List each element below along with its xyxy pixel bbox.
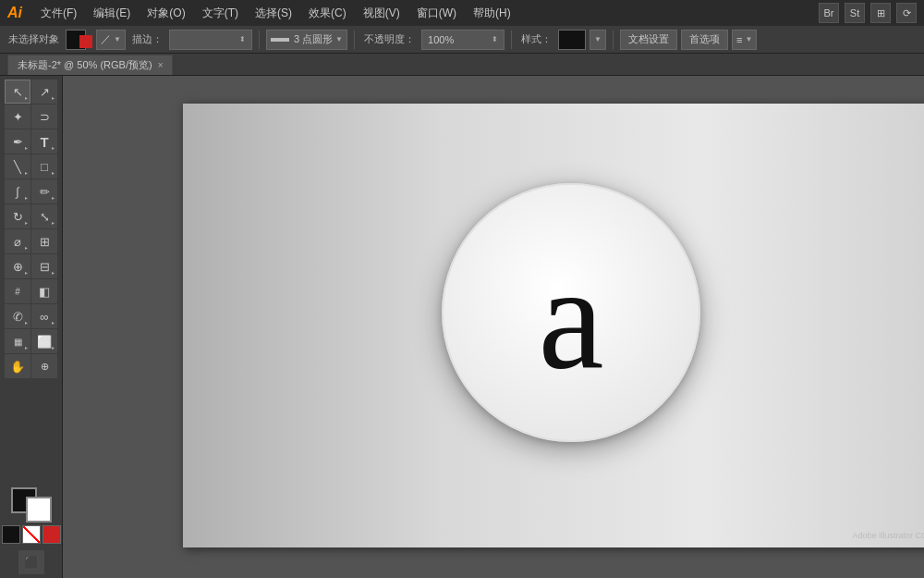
sync-btn[interactable]: ⟳ <box>896 3 917 23</box>
artboard-icon: ⬜ <box>37 335 52 349</box>
menu-help[interactable]: 帮助(H) <box>468 4 517 23</box>
mesh-tool[interactable]: # <box>5 279 30 303</box>
tab-close-btn[interactable]: × <box>158 60 164 70</box>
doc-settings-btn[interactable]: 文档设置 <box>620 30 677 50</box>
style-dropdown[interactable]: ▼ <box>590 30 606 50</box>
style-label: 样式： <box>518 32 554 46</box>
perspective-tool[interactable]: ⊟ ▸ <box>31 254 57 278</box>
warp-tri: ▸ <box>25 244 28 251</box>
select-tool[interactable]: ↖ ▸ <box>5 80 30 104</box>
magic-wand-tool[interactable]: ✦ <box>5 105 30 129</box>
paintbrush-tri: ▸ <box>25 194 28 201</box>
document-tab[interactable]: 未标题-2* @ 50% (RGB/预览) × <box>7 55 173 75</box>
stroke-icon: ／ <box>101 32 111 46</box>
point-dropdown[interactable]: 3 点圆形 ▼ <box>266 30 347 50</box>
color-swatch-red[interactable] <box>43 525 61 544</box>
magic-wand-icon: ✦ <box>13 110 23 124</box>
eyedropper-tri: ▸ <box>25 319 28 326</box>
style-swatch[interactable] <box>558 30 586 50</box>
stroke-color[interactable] <box>79 35 92 48</box>
zoom-icon: ⊕ <box>41 361 49 373</box>
opacity-arrow: ⬍ <box>492 35 498 43</box>
shape-builder-tool[interactable]: ⊕ ▸ <box>5 254 30 278</box>
rotate-tri: ▸ <box>25 219 28 226</box>
menu-view[interactable]: 视图(V) <box>358 4 406 23</box>
lasso-tool[interactable]: ⊃ <box>31 105 57 129</box>
stock-btn[interactable]: St <box>845 3 865 23</box>
options-toolbar: 未选择对象 ／ ▼ 描边： ⬍ 3 点圆形 ▼ 不透明度： 100% ⬍ 样式：… <box>0 26 924 54</box>
direct-select-tool[interactable]: ↗ ▸ <box>31 80 57 104</box>
artboard-tool[interactable]: ⬜ ▸ <box>31 329 57 353</box>
tool-row-8: ⊕ ▸ ⊟ ▸ <box>5 254 57 278</box>
canvas-area[interactable]: a Adobe Illustrator CC 2017 <box>63 76 924 578</box>
select-icon: ↖ <box>13 85 23 99</box>
tool-row-3: ✒ ▸ T ▸ <box>5 129 57 154</box>
menu-edit[interactable]: 编辑(E) <box>88 4 136 23</box>
screen-mode-tool[interactable]: ⬛ <box>18 550 44 574</box>
menu-object[interactable]: 对象(O) <box>141 4 190 23</box>
bridge-btn[interactable]: Br <box>819 3 839 23</box>
scale-tool[interactable]: ⤡ ▸ <box>31 204 57 228</box>
menu-effect[interactable]: 效果(C) <box>303 4 352 23</box>
opacity-label: 不透明度： <box>361 32 418 46</box>
column-graph-tri: ▸ <box>25 344 28 350</box>
tool-row-12: ✋ ⊕ <box>5 354 57 378</box>
menu-file[interactable]: 文件(F) <box>35 4 82 23</box>
rotate-icon: ↻ <box>13 210 23 224</box>
gradient-tool[interactable]: ◧ <box>31 279 57 303</box>
more-arrow: ▼ <box>745 35 752 43</box>
rect-tool[interactable]: □ ▸ <box>31 154 57 178</box>
line-tool[interactable]: ╲ ▸ <box>5 154 30 178</box>
background-color[interactable] <box>26 497 52 523</box>
pen-tool[interactable]: ✒ ▸ <box>5 129 30 154</box>
pen-tri: ▸ <box>25 144 28 151</box>
shape-builder-icon: ⊕ <box>13 260 23 274</box>
sep2 <box>354 31 355 49</box>
select-tri: ▸ <box>25 94 28 101</box>
rotate-tool[interactable]: ↻ ▸ <box>5 204 30 228</box>
point-label: 3 点圆形 <box>294 32 333 46</box>
menu-select[interactable]: 选择(S) <box>249 4 298 23</box>
tool-row-4: ╲ ▸ □ ▸ <box>5 154 57 178</box>
more-icon: ≡ <box>736 34 742 45</box>
type-icon: T <box>40 134 48 150</box>
scale-icon: ⤡ <box>40 210 50 224</box>
type-tri: ▸ <box>52 144 55 151</box>
direct-select-icon: ↗ <box>40 85 50 99</box>
color-swatch-black[interactable] <box>2 525 20 544</box>
paintbrush-tool[interactable]: ∫ ▸ <box>5 179 30 203</box>
color-swatch-none[interactable] <box>22 525 41 544</box>
stroke-dropdown[interactable]: ／ ▼ <box>96 30 126 50</box>
stroke-input[interactable]: ⬍ <box>169 30 252 50</box>
pencil-tool[interactable]: ✏ ▸ <box>31 179 57 203</box>
tool-row-10: ✆ ▸ ∞ ▸ <box>5 304 57 328</box>
prefs-btn[interactable]: 首选项 <box>681 30 728 50</box>
eyedropper-tool[interactable]: ✆ ▸ <box>5 304 30 328</box>
tool-row-bottom: ⬛ <box>18 550 44 574</box>
column-graph-tool[interactable]: ▦ ▸ <box>5 329 30 353</box>
artboard: a Adobe Illustrator CC 2017 <box>183 104 924 547</box>
circle-object: a <box>442 183 700 442</box>
tool-row-11: ▦ ▸ ⬜ ▸ <box>5 329 57 353</box>
warp-icon: ⌀ <box>14 235 21 249</box>
grid-btn[interactable]: ⊞ <box>870 3 891 23</box>
mesh-icon: # <box>15 287 20 297</box>
free-transform-tool[interactable]: ⊞ <box>31 229 57 253</box>
tool-row-1: ↖ ▸ ↗ ▸ <box>5 80 57 104</box>
paintbrush-icon: ∫ <box>16 185 19 199</box>
blend-icon: ∞ <box>40 310 48 324</box>
zoom-tool[interactable]: ⊕ <box>31 354 57 378</box>
opacity-input[interactable]: 100% ⬍ <box>421 30 505 50</box>
pencil-icon: ✏ <box>40 185 50 199</box>
gradient-icon: ◧ <box>39 285 50 299</box>
blend-tool[interactable]: ∞ ▸ <box>31 304 57 328</box>
more-btn[interactable]: ≡ ▼ <box>732 30 757 50</box>
menu-type[interactable]: 文字(T) <box>197 4 244 23</box>
warp-tool[interactable]: ⌀ ▸ <box>5 229 30 253</box>
line-tri: ▸ <box>25 169 28 176</box>
watermark: Adobe Illustrator CC 2017 <box>852 531 924 540</box>
rect-icon: □ <box>41 160 48 174</box>
hand-tool[interactable]: ✋ <box>5 354 30 378</box>
menu-window[interactable]: 窗口(W) <box>411 4 462 23</box>
type-tool[interactable]: T ▸ <box>31 129 57 154</box>
